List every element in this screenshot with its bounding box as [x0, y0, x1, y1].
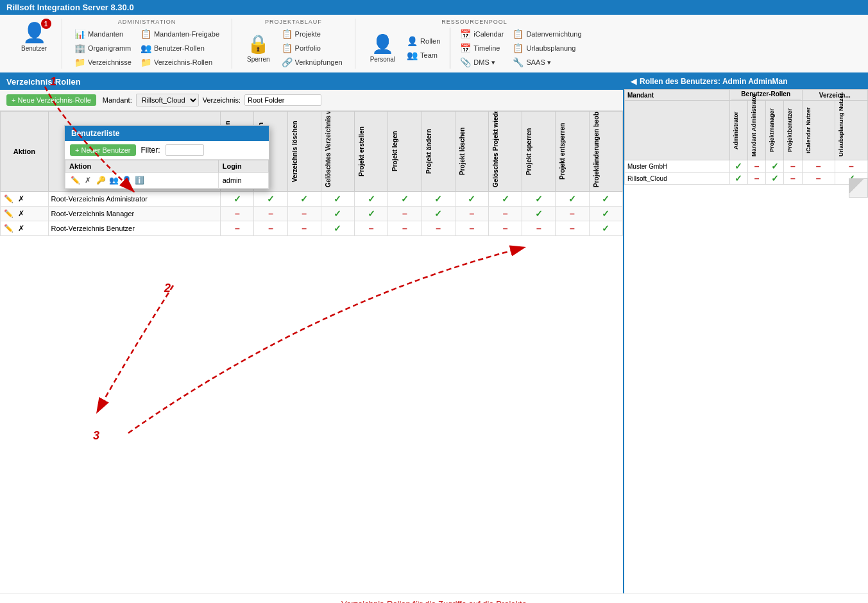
right-subh-proj-user: Projektbenutzer [784, 101, 802, 160]
col-p3: Projekt ändern [421, 112, 455, 192]
left-panel-header: Verzeichnis-Rollen [0, 74, 623, 90]
ribbon-organigramm[interactable]: 🏢 Organigramm [72, 42, 134, 55]
benutzerliste-table: Aktion Login ✏️ ✗ 🔑 👥 👤 [65, 160, 269, 189]
col-p4: Projekt löschen [455, 112, 488, 192]
bl-col-aktion: Aktion [65, 160, 219, 173]
personal-label: Personal [370, 56, 395, 63]
team-label: Team [420, 51, 438, 59]
rolle-name-r1: Root-Verzeichnis Administrator [48, 192, 221, 207]
right-subh-mandant-admin: Mandant Administrator [748, 101, 766, 160]
projekt-section-title: PROJEKTABLAUF [265, 19, 322, 25]
ribbon-personal[interactable]: 👤 Personal [365, 31, 400, 65]
organigramm-icon: 🏢 [74, 43, 85, 53]
saas-label: SAAS ▾ [526, 58, 550, 67]
timeline-icon: 📅 [460, 43, 471, 53]
organigramm-label: Organigramm [88, 44, 131, 52]
verzeichnis-input[interactable] [244, 94, 321, 106]
ribbon-mandanten-freigabe[interactable]: 📋 Mandanten-Freigabe [138, 28, 222, 40]
ribbon-timeline[interactable]: 📅 Timeline [457, 42, 506, 55]
ribbon-mandanten[interactable]: 📊 Mandanten [72, 28, 134, 40]
verzeichnisse-label: Verzeichnisse [88, 58, 132, 66]
right-panel: ◀ Rollen des Benutzers: Admin AdminMan M… [624, 74, 868, 593]
col-p8: Projektänderungen beobachten [589, 112, 622, 192]
ribbon-rollen[interactable]: 👤 Rollen [404, 35, 443, 47]
ribbon-benutzer-rollen[interactable]: 👥 Benutzer-Rollen [138, 42, 222, 55]
ressourcen-section-title: RESSOURCENPOOL [441, 19, 507, 25]
datenvernichtung-label: Datenvernichtung [526, 30, 581, 38]
bl-user-icon[interactable]: 👤 [121, 174, 132, 186]
urlaubsplanung-icon: 📋 [513, 43, 523, 53]
right-col-mandant: Mandant [625, 90, 730, 101]
right-panel-header: ◀ Rollen des Benutzers: Admin AdminMan [624, 74, 868, 89]
filter-input[interactable] [166, 144, 204, 156]
ribbon-verzeichnis-rollen[interactable]: 📁 Verzeichnis-Rollen [138, 56, 222, 69]
benutzer-rollen-icon: 👥 [140, 43, 151, 53]
bl-key-icon[interactable]: 🔑 [95, 174, 106, 186]
edit-icon-r1[interactable]: ✏️ [3, 193, 14, 205]
benutzerliste-panel: Benutzerliste + Neuer Benutzer Filter: A… [64, 125, 269, 189]
projekte-label: Projekte [295, 30, 321, 38]
delete-icon-r2[interactable]: ✗ [15, 208, 27, 219]
timeline-label: Timeline [473, 44, 500, 52]
right-col-header: Benutzer-Rollen [729, 90, 802, 101]
right-col-verzeich: Verzeich... [802, 90, 867, 101]
table-row: ✏️ ✗ Root-Verzeichnis Administrator ✓ ✓ … [1, 192, 623, 207]
benutzerliste-header: Benutzerliste [65, 126, 269, 141]
verzeichnis-rollen-icon: 📁 [140, 57, 151, 67]
ribbon-team[interactable]: 👥 Team [404, 49, 443, 62]
icalendar-label: iCalendar [473, 30, 504, 38]
bl-info-icon[interactable]: ℹ️ [133, 174, 145, 186]
mandanten-icon: 📊 [74, 29, 85, 39]
mandant-label: Mandant: [103, 96, 132, 104]
right-panel-table: Mandant Benutzer-Rollen Verzeich... Admi… [624, 89, 868, 185]
ribbon-saas[interactable]: 🔧 SAAS ▾ [510, 56, 584, 69]
benutzerliste-toolbar: + Neuer Benutzer Filter: [65, 141, 269, 160]
sperren-label: Sperren [247, 56, 270, 63]
bl-delete-icon[interactable]: ✗ [82, 174, 94, 186]
ribbon-portfolio[interactable]: 📋 Portfolio [279, 42, 345, 55]
right-table-row: Muster GmbH ✓ – ✓ – – – [625, 160, 868, 173]
mandant-select[interactable]: Rillsoft_Cloud [136, 94, 199, 106]
ribbon-ressourcen-section: RESSOURCENPOOL 👤 Personal 👤 Rollen 👥 Tea… [355, 19, 594, 69]
saas-icon: 🔧 [513, 57, 523, 67]
mandanten-label: Mandanten [88, 30, 123, 38]
ribbon-projekte[interactable]: 📋 Projekte [279, 28, 345, 40]
main-area: Verzeichnis-Rollen + Neue Verzeichnis-Ro… [0, 74, 868, 593]
ribbon-verzeichnisse[interactable]: 📁 Verzeichnisse [72, 56, 134, 69]
filter-label: Filter: [141, 146, 160, 155]
left-toolbar: + Neue Verzeichnis-Rolle Mandant: Rillso… [0, 90, 623, 111]
delete-icon-r3[interactable]: ✗ [15, 223, 27, 234]
bl-group-icon[interactable]: 👥 [108, 174, 119, 186]
ribbon-sperren[interactable]: 🔒 Sperren [242, 31, 275, 65]
ribbon-urlaubsplanung[interactable]: 📋 Urlaubsplanung [510, 42, 584, 55]
edit-icon-r2[interactable]: ✏️ [3, 208, 14, 219]
sperren-icon: 🔒 [247, 33, 269, 55]
col-p7: Projekt entsperren [556, 112, 589, 192]
benutzerliste-title: Benutzerliste [71, 129, 119, 138]
ribbon-verknuepfungen[interactable]: 🔗 Verknüpfungen [279, 56, 345, 69]
col-aktion: Aktion [1, 112, 49, 192]
ribbon-benutzer[interactable]: 👤 1 Benutzer [16, 19, 52, 55]
col-v4: Gelöschtes Verzeichnis wiederherstellen [321, 112, 354, 192]
benutzer-label: Benutzer [21, 45, 47, 52]
edit-icon-r3[interactable]: ✏️ [3, 223, 14, 234]
ribbon: 👤 1 Benutzer ADMINISTRATION 📊 Mandanten … [0, 15, 868, 74]
right-panel-title: Rollen des Benutzers: Admin AdminMan [640, 77, 787, 86]
title-bar: Rillsoft Integration Server 8.30.0 [0, 0, 868, 15]
back-icon[interactable]: ◀ [631, 77, 636, 86]
col-p6: Projekt sperren [522, 112, 556, 192]
ribbon-datenvernichtung[interactable]: 📋 Datenvernichtung [510, 28, 584, 40]
urlaubsplanung-label: Urlaubsplanung [526, 44, 575, 52]
left-panel: Verzeichnis-Rollen + Neue Verzeichnis-Ro… [0, 74, 624, 593]
bl-edit-icon[interactable]: ✏️ [69, 174, 81, 186]
delete-icon-r1[interactable]: ✗ [15, 193, 27, 205]
new-verzeichnis-rolle-button[interactable]: + Neue Verzeichnis-Rolle [6, 94, 96, 106]
right-table-row: Rillsoft_Cloud ✓ – ✓ – – ✓ [625, 173, 868, 185]
table-row: ✏️ ✗ Root-Verzeichnis Benutzer – – – ✓ –… [1, 221, 623, 236]
ribbon-icalendar[interactable]: 📅 iCalendar [457, 28, 506, 40]
new-benutzer-button[interactable]: + Neuer Benutzer [70, 144, 136, 156]
projekte-icon: 📋 [282, 29, 293, 39]
ribbon-dms[interactable]: 📎 DMS ▾ [457, 56, 506, 69]
bl-login-cell: admin [218, 173, 268, 189]
benutzer-rollen-label: Benutzer-Rollen [154, 44, 205, 52]
